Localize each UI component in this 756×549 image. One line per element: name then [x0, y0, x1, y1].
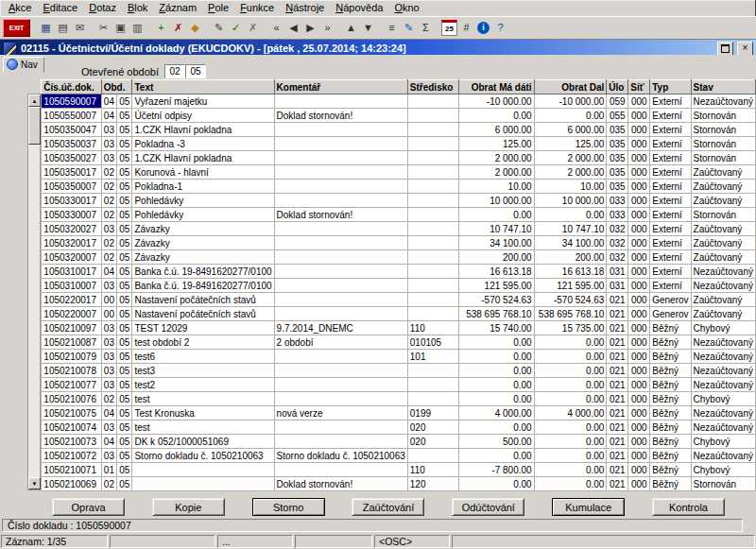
cell-period-month[interactable]: 03 — [101, 151, 116, 165]
cell-doc-number[interactable]: 1050350007 — [42, 180, 101, 194]
cell-status[interactable]: Stornován — [691, 477, 755, 491]
cell-task[interactable]: 021 — [607, 449, 628, 463]
period-year-field[interactable]: 05 — [185, 64, 206, 78]
cell-cost-center[interactable] — [407, 265, 458, 279]
cell-task[interactable]: 021 — [607, 420, 628, 435]
cell-text[interactable]: test — [132, 392, 274, 406]
cell-cost-center[interactable] — [407, 109, 458, 123]
cell-credit[interactable]: 10.00 — [534, 180, 607, 194]
cell-type[interactable]: Externí — [650, 265, 691, 279]
cell-type[interactable]: Externí — [650, 123, 691, 137]
cell-debit[interactable]: 0.00 — [459, 364, 535, 378]
cell-doc-number[interactable]: 1050210079 — [42, 350, 101, 364]
cell-debit[interactable]: 0.00 — [459, 208, 535, 222]
exit-button[interactable]: EXIT — [3, 19, 30, 37]
cell-net[interactable]: 000 — [628, 279, 650, 293]
print-icon[interactable]: ▤ — [55, 20, 71, 36]
cell-doc-number[interactable]: 1050350037 — [42, 137, 101, 151]
cell-period-month[interactable]: 04 — [101, 435, 116, 449]
cell-debit[interactable]: 34 100.00 — [459, 236, 535, 250]
cell-debit[interactable]: 10 747.10 — [459, 222, 535, 236]
cell-comment[interactable]: nová verze — [274, 406, 407, 420]
cell-status[interactable]: Nezaúčtovaný — [691, 94, 755, 109]
help-icon[interactable]: ? — [492, 20, 508, 36]
cell-task[interactable]: 021 — [607, 350, 628, 364]
cell-comment[interactable] — [274, 265, 407, 279]
cell-period-month[interactable]: 04 — [101, 265, 116, 279]
close-button[interactable]: × — [737, 42, 753, 56]
cell-doc-number[interactable]: 1050210097 — [42, 321, 101, 335]
cell-net[interactable]: 000 — [628, 364, 650, 378]
cell-debit[interactable]: -7 800.00 — [459, 463, 535, 477]
cell-cost-center[interactable] — [407, 378, 458, 392]
cell-status[interactable]: Nezaúčtovaný — [691, 265, 755, 279]
cell-task[interactable]: 021 — [607, 321, 628, 335]
enter-query-icon[interactable]: ✎ — [211, 20, 227, 36]
cell-cost-center[interactable] — [407, 222, 458, 236]
cell-cost-center[interactable] — [407, 165, 458, 180]
mail-icon[interactable]: ✉ — [72, 20, 88, 36]
cell-status[interactable]: Nezaúčtovaný — [691, 406, 755, 420]
cell-task[interactable]: 031 — [607, 265, 628, 279]
cell-type[interactable]: Externí — [650, 137, 691, 151]
cell-comment[interactable] — [274, 279, 407, 293]
cell-credit[interactable]: 0.00 — [534, 350, 607, 364]
cell-net[interactable]: 000 — [628, 208, 650, 222]
cell-type[interactable]: Externí — [650, 151, 691, 165]
cell-cost-center[interactable]: 0199 — [407, 406, 458, 420]
paste-icon[interactable]: ▥ — [129, 20, 146, 36]
cell-debit[interactable]: 0.00 — [459, 477, 535, 491]
cell-status[interactable]: Zaúčtovaný — [691, 307, 755, 321]
cell-period-month[interactable]: 03 — [101, 321, 116, 335]
cell-text[interactable]: Pokladna-1 — [132, 180, 274, 194]
cell-task[interactable]: 035 — [607, 123, 628, 137]
cell-credit[interactable]: 0.00 — [534, 109, 607, 123]
cell-status[interactable]: Zaúčtovaný — [691, 194, 755, 208]
cell-cost-center[interactable] — [407, 364, 458, 378]
nav-tab[interactable]: Nav — [3, 57, 44, 73]
cell-period-year[interactable]: 05 — [117, 378, 132, 392]
cell-status[interactable]: Chybový — [691, 435, 755, 449]
cell-type[interactable]: Běžný — [650, 420, 691, 435]
cell-credit[interactable]: 4 000.00 — [534, 406, 607, 420]
cell-credit[interactable]: 15 735.00 — [534, 321, 607, 335]
cell-net[interactable]: 000 — [628, 293, 650, 307]
cell-type[interactable]: Generov — [650, 307, 691, 321]
cell-type[interactable]: Externí — [650, 194, 691, 208]
cell-type[interactable]: Externí — [650, 222, 691, 236]
save-icon[interactable]: ▦ — [38, 20, 54, 36]
cell-net[interactable]: 000 — [628, 449, 650, 463]
cell-type[interactable]: Běžný — [650, 335, 691, 350]
cell-debit[interactable]: 200.00 — [459, 250, 535, 265]
cell-text[interactable]: Storno dokladu č. 1050210063 — [132, 449, 274, 463]
cell-net[interactable]: 000 — [628, 151, 650, 165]
cell-task[interactable]: 021 — [607, 463, 628, 477]
scroll-down-button[interactable]: ▼ — [28, 477, 41, 489]
cell-text[interactable]: test — [132, 420, 274, 435]
cell-type[interactable]: Běžný — [650, 392, 691, 406]
menu-item-dotaz[interactable]: Dotaz — [83, 1, 122, 15]
cell-doc-number[interactable]: 1050330017 — [42, 194, 101, 208]
cell-cost-center[interactable] — [407, 208, 458, 222]
cell-net[interactable]: 000 — [628, 265, 650, 279]
cell-period-year[interactable]: 05 — [117, 463, 132, 477]
cell-period-year[interactable]: 05 — [117, 180, 132, 194]
cell-period-month[interactable]: 03 — [101, 279, 116, 293]
cell-task[interactable]: 032 — [607, 236, 628, 250]
cell-task[interactable]: 021 — [607, 435, 628, 449]
cell-text[interactable]: Pohledávky — [132, 194, 274, 208]
cell-type[interactable]: Běžný — [650, 449, 691, 463]
cell-comment[interactable] — [274, 392, 407, 406]
cell-doc-number[interactable]: 1050210071 — [42, 463, 101, 477]
execute-query-icon[interactable]: ✓ — [228, 20, 244, 36]
cell-type[interactable]: Externí — [650, 94, 691, 109]
cell-debit[interactable]: 4 000.00 — [459, 406, 535, 420]
cell-net[interactable]: 000 — [628, 236, 650, 250]
cell-net[interactable]: 000 — [628, 137, 650, 151]
cell-cost-center[interactable]: 110 — [407, 463, 458, 477]
cell-period-year[interactable]: 05 — [117, 109, 132, 123]
cell-debit[interactable]: 0.00 — [459, 109, 535, 123]
cell-debit[interactable]: 121 595.00 — [459, 279, 535, 293]
first-record-icon[interactable]: « — [268, 20, 284, 36]
cell-status[interactable]: Nezaúčtovaný — [691, 420, 755, 435]
